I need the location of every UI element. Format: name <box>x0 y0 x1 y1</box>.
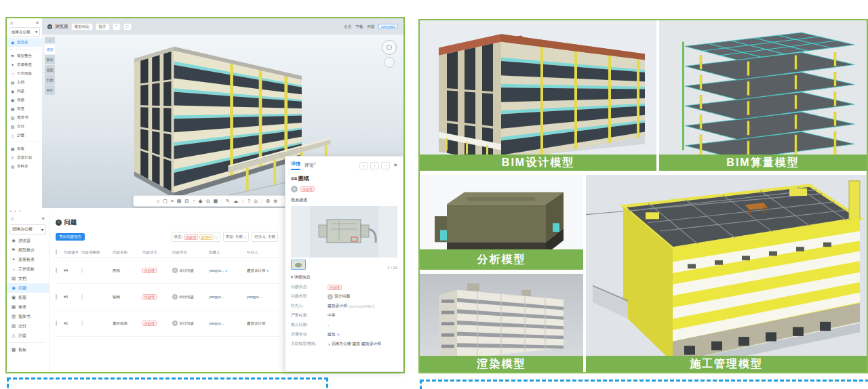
annotate-button[interactable]: 批注 <box>96 23 110 30</box>
toolbar-icon[interactable]: ⊟ <box>184 199 189 204</box>
toolbar-icon[interactable]: ⊕ <box>273 199 277 204</box>
sidebar-item-icon: △ <box>11 333 16 338</box>
toolbar-icon[interactable]: ≡ <box>171 199 174 203</box>
tabs-collapse-handle[interactable]: › <box>45 37 55 43</box>
sidebar-item[interactable]: ⚑ 模型整合 <box>7 52 42 60</box>
sidebar-item[interactable]: ▧ 交付 <box>7 122 42 131</box>
sidebar-item[interactable]: ⚑ 模型整合 <box>7 245 49 255</box>
status-tag-processing[interactable]: 处理中 <box>199 234 214 240</box>
toolbar-icon[interactable]: ▦ <box>214 199 218 204</box>
sidebar-item-kanban[interactable]: ▩ 看板 <box>7 345 49 354</box>
toolbar-icon[interactable]: ⚙ <box>266 199 270 204</box>
select-all-checkbox[interactable] <box>56 249 57 255</box>
viewer-tab[interactable]: 图纸 <box>45 55 55 64</box>
table-row[interactable]: #4 图纸 待处理 A设计问题 yangyu...● 建筑设计师● <box>56 258 281 284</box>
table-row[interactable]: #2 窗距地高 待处理 A设计问题 yangyu... 建筑设计师 <box>56 310 281 337</box>
home-icon[interactable]: ⌂ <box>10 20 13 25</box>
issue-thumbnail[interactable] <box>81 321 83 326</box>
prev-issue-button[interactable]: ‹ <box>359 162 368 169</box>
sidebar-item[interactable]: ▩ 看板 <box>7 144 42 153</box>
project-select[interactable]: 冠琳办公楼 ▾ <box>9 27 40 37</box>
issue-thumbnail[interactable] <box>81 268 83 273</box>
snapshot-thumbnail[interactable] <box>291 260 306 270</box>
toolbar-icon[interactable]: ⊙ <box>206 199 210 204</box>
export-report-button[interactable]: 导出问题报告 <box>56 233 85 241</box>
toolbar-icon[interactable]: ? <box>248 199 250 203</box>
toolbar-icon[interactable]: | <box>221 199 222 203</box>
home-icon[interactable]: ⌂ <box>11 216 14 222</box>
sidebar-item[interactable]: ✦ 质量检查 <box>7 60 42 69</box>
toolbar-icon[interactable]: ▢ <box>163 199 167 204</box>
sidebar-item[interactable]: ▤ 文档 <box>7 274 49 283</box>
viewer-tab[interactable]: 视图 <box>45 65 55 75</box>
sidebar-item[interactable]: ▦ 审查 <box>7 302 49 312</box>
sidebar-item[interactable]: ▤ 文档 <box>7 78 42 87</box>
sidebar-item[interactable]: ✦ 质量检查 <box>7 255 49 264</box>
edit-pencil-icon[interactable]: ✎ <box>337 333 340 337</box>
sidebar-item[interactable]: ▥ 预算书 <box>7 312 49 321</box>
collapse-toolbar-button[interactable]: ⌃ <box>113 23 121 30</box>
project-select[interactable]: 冠琳办公楼 ▾ <box>9 224 46 234</box>
viewer-tab[interactable]: 剖面 <box>45 75 55 85</box>
sidebar-item[interactable]: ◔ 工作面板 <box>7 69 42 78</box>
field-value[interactable]: 冠琳办公楼-建筑-建筑设计师 <box>332 341 381 347</box>
row-checkbox[interactable] <box>56 294 57 300</box>
collapse-icon[interactable]: « <box>36 20 39 25</box>
toolbar-icon[interactable]: ☁ <box>233 199 238 204</box>
sidebar-item[interactable]: ▧ 交付 <box>7 321 49 331</box>
sidebar-item[interactable]: ◉ 问题 <box>7 87 42 96</box>
window-control-icon[interactable]: ▪ <box>20 209 21 213</box>
user-chip[interactable]: compact <box>378 24 398 29</box>
viewer-tab[interactable]: 构件 <box>45 85 55 95</box>
sidebar-item[interactable]: ▣ 相册 <box>7 293 49 302</box>
status-filter[interactable]: 状态: 待处理 处理中 ∨ <box>172 232 220 242</box>
view-cube-icon[interactable] <box>384 57 395 68</box>
sidebar-item[interactable]: ◔ 工作面板 <box>7 264 49 274</box>
compass-icon[interactable] <box>382 40 397 55</box>
type-filter[interactable]: 类型: 全部 ∨ <box>223 232 250 242</box>
row-checkbox[interactable] <box>56 321 57 326</box>
close-icon[interactable]: ✕ <box>393 163 397 168</box>
sidebar-item[interactable]: ▥ 预算书 <box>7 113 42 122</box>
sidebar-item[interactable]: ≡ 进度计划 <box>7 153 42 162</box>
topbar-menu-item[interactable]: 帮助 <box>367 24 374 29</box>
table-row[interactable]: #3 轴网 待处理 A设计问题 yangyu... yangyu... <box>56 284 281 310</box>
row-checkbox[interactable] <box>56 268 57 273</box>
panel-buttons: ‹ › ⋯ ✕ <box>359 162 397 169</box>
toolbar-icon[interactable]: | <box>261 199 262 203</box>
sidebar-item-label: 浏览器 <box>18 238 31 244</box>
tab-detail[interactable]: 详情 <box>291 161 300 170</box>
next-issue-button[interactable]: › <box>370 162 379 169</box>
sidebar-item-browser[interactable]: ◉ 浏览器 <box>7 38 42 47</box>
more-menu-button[interactable]: ⋯ <box>381 162 390 169</box>
toolbar-icon[interactable]: ◉ <box>199 199 203 204</box>
toolbar-icon[interactable]: ◌ <box>241 199 244 203</box>
fullscreen-button[interactable]: ⛶ <box>123 23 132 30</box>
issue-thumbnail[interactable] <box>81 294 83 300</box>
toolbar-icon[interactable]: ◎ <box>254 199 258 204</box>
toolbar-icon[interactable]: ⌂ <box>157 199 159 203</box>
viewpoint-snapshot[interactable] <box>291 206 397 258</box>
sidebar-item[interactable]: ▣ 相册 <box>7 96 42 104</box>
topbar-menu-item[interactable]: 会议 <box>344 24 351 29</box>
status-tag-pending[interactable]: 待处理 <box>184 234 198 240</box>
collapse-icon[interactable]: « <box>42 216 45 222</box>
toolbar-icon[interactable]: ◔ <box>192 199 195 203</box>
topbar-menu-item[interactable]: 下载 <box>355 24 363 29</box>
project-name: 冠琳办公楼 <box>12 226 33 232</box>
sidebar-item[interactable]: ▦ 审查 <box>7 104 42 113</box>
sidebar-item[interactable]: ◍ 资料库 <box>7 162 42 171</box>
toolbar-icon[interactable]: ✎ <box>226 199 230 204</box>
window-control-icon[interactable]: ▪ <box>10 209 12 213</box>
sidebar-item[interactable]: ◉ 浏览器 <box>7 236 49 245</box>
sidebar-item[interactable]: △ 沙盘 <box>7 331 49 340</box>
tab-comment[interactable]: 评论0 <box>304 162 316 169</box>
viewer-tab[interactable]: 模型 <box>45 45 55 54</box>
toolbar-icon[interactable]: ▤ <box>177 199 182 204</box>
assignee-filter[interactable]: 经办人: 全部 <box>252 232 278 242</box>
sidebar-item[interactable]: △ 沙盘 <box>7 131 42 140</box>
model-compare-button[interactable]: 模型对比 <box>71 23 93 30</box>
sidebar-item[interactable]: ◉ 问题 <box>7 283 49 293</box>
window-control-icon[interactable]: ▪ <box>15 209 16 213</box>
detail-section-title[interactable]: ▾ 详细信息 <box>291 274 397 281</box>
